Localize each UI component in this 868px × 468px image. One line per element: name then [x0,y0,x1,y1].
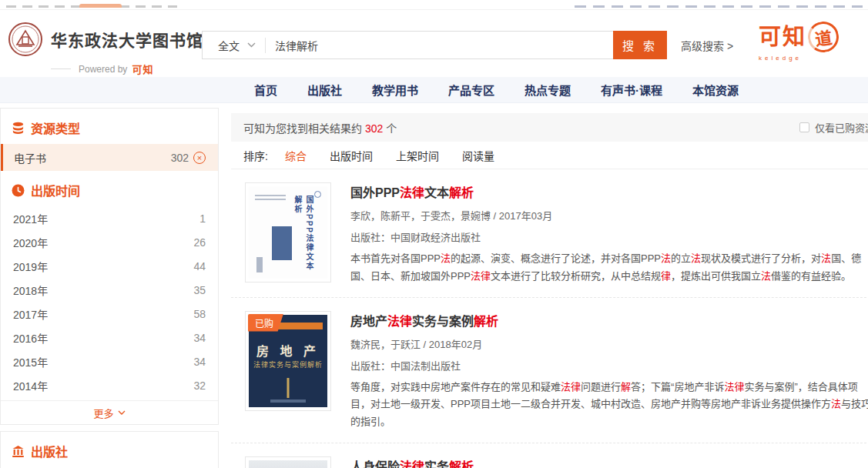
result-title[interactable]: 国外PPP法律文本解析 [350,182,868,201]
only-purchased-checkbox[interactable] [799,122,809,132]
search-scope-select[interactable]: 全文 [203,38,265,53]
more-label: 更多 [93,406,113,420]
year-count: 34 [193,332,206,344]
filter-card-publisher: 出版社 中国法制出版社 84 中国人民大学出版社 44 [0,431,219,468]
clock-icon [12,184,25,197]
year-count: 1 [199,212,206,225]
keledge-logo-dao-circle: 道 [806,19,840,54]
result-list: 国外PPP法律文本解析 国外PPP法律文本解析 李欣，陈新平，于雯杰，景婉博 /… [231,169,868,468]
book-cover-realestate[interactable]: 已购 房 地 产 法律实务与案例解析 [245,311,331,411]
keledge-logo[interactable]: 可知 道 keledge [759,26,857,62]
powered-by-brand: 可知 [132,62,153,76]
filter-ebook-selected[interactable]: 电子书 302 × [1,144,218,171]
chevron-down-icon [247,42,256,48]
sort-label: 排序: [243,148,268,163]
nav-item-teaching-books[interactable]: 教学用书 [372,82,418,98]
year-label: 2018年 [13,282,48,298]
sort-option-publish-time[interactable]: 出版时间 [330,148,373,163]
nav-item-product-zone[interactable]: 产品专区 [448,82,494,98]
search-input[interactable] [266,39,613,52]
header: 华东政法大学图书馆 Powered by 可知 全文 搜 索 高级搜索 > 可知… [0,11,868,76]
book-cover-insurance[interactable]: THE INSURANCE LAW & PRACTICE 人身保险法律 实务解析 [245,456,331,468]
year-count: 26 [193,236,206,249]
filter-year-2014[interactable]: 2014年 32 [1,373,218,397]
keledge-logo-cn: 可知 [759,26,806,48]
cover-logo-icon [314,191,321,198]
nav-item-library-resources[interactable]: 本馆资源 [692,82,739,98]
nav-item-hot-topics[interactable]: 热点专题 [524,82,571,98]
library-brand[interactable]: 华东政法大学图书馆 [8,22,203,57]
filter-year-2018[interactable]: 2018年 35 [1,278,218,302]
sort-option-read-count[interactable]: 阅读量 [462,148,494,163]
filter-year-2020[interactable]: 2020年 26 [1,230,218,254]
topbar-clipped [0,0,868,10]
result-item-realestate: 已购 房 地 产 法律实务与案例解析 房地产法律实务与案例解析 魏济民，于跃江 … [231,298,868,443]
cover-title-vertical: 国外PPP法律文本解析 [292,196,315,279]
result-authors: 魏济民，于跃江 / 2018年02月 [350,336,868,351]
year-label: 2014年 [13,378,48,393]
filter-ebook-count: 302 [171,152,189,164]
purchased-badge: 已购 [248,314,283,332]
cover-tower-art [287,378,290,398]
cover-subtitle: 法律实务与案例解析 [249,359,327,369]
more-years-button[interactable]: 更多 [1,400,218,424]
result-title[interactable]: 人身保险法律实务解析 [350,456,868,468]
topbar-clipped-highlight [79,4,122,8]
result-description: 等角度，对实践中房地产案件存在的常见和疑难法律问题进行解答；下篇“房地产非诉法律… [350,379,868,431]
search-button[interactable]: 搜 索 [613,31,667,59]
publisher-title: 出版社 [31,442,68,460]
chevron-down-icon [118,410,126,415]
publish-time-title: 出版时间 [31,181,80,199]
filter-year-2019[interactable]: 2019年 44 [1,254,218,278]
library-name: 华东政法大学图书馆 [51,28,203,51]
year-label: 2021年 [13,211,48,226]
sort-option-shelf-time[interactable]: 上架时间 [396,148,439,163]
filter-year-2017[interactable]: 2017年 58 [1,302,218,326]
result-item-insurance: THE INSURANCE LAW & PRACTICE 人身保险法律 实务解析… [231,443,868,468]
results-summary: 可知为您找到相关结果约 302 个 [243,120,397,135]
year-count: 44 [193,260,206,272]
nav-item-publishers[interactable]: 出版社 [307,82,342,98]
powered-by: Powered by 可知 [51,62,153,76]
university-emblem-icon [8,22,43,57]
cover-author-lines [255,192,286,200]
powered-by-label: Powered by [79,64,127,75]
result-authors: 李欣，陈新平，于雯杰，景婉博 / 2017年03月 [350,208,868,222]
filter-year-2021[interactable]: 2021年 1 [1,206,218,230]
year-label: 2017年 [13,306,48,322]
bank-building-icon [12,445,25,458]
keledge-logo-sub: keledge [759,55,857,62]
advanced-search-link[interactable]: 高级搜索 > [681,38,733,53]
result-title[interactable]: 房地产法律实务与案例解析 [350,311,868,329]
remove-filter-icon[interactable]: × [193,152,206,164]
powered-by-dash [51,69,71,69]
filter-year-2016[interactable]: 2016年 34 [1,326,218,349]
only-purchased-label: 仅看已购资源 [815,120,868,135]
search-scope-value: 全文 [218,38,240,53]
cover-title: 房 地 产 [249,341,327,359]
book-cover-ppp[interactable]: 国外PPP法律文本解析 [245,182,331,282]
year-count: 35 [193,284,206,296]
topbar-clipped-text-right [575,5,863,8]
year-count: 32 [193,379,206,392]
cover-image-block [272,226,292,260]
only-purchased-toggle[interactable]: 仅看已购资源 [799,113,868,142]
filter-card-main: 资源类型 电子书 302 × 出版时间 2021年 1 2020年 26 201… [0,108,219,425]
result-publisher: 出版社：中国法制出版社 [350,358,868,373]
filter-year-2015[interactable]: 2015年 34 [1,349,218,373]
year-count: 58 [193,308,206,320]
filter-ebook-label: 电子书 [14,150,46,165]
resource-type-title: 资源类型 [31,119,80,137]
year-label: 2015年 [13,354,48,369]
year-label: 2019年 [13,259,48,274]
sort-bar: 排序: 综合 出版时间 上架时间 阅读量 [231,142,868,169]
filter-sidebar: 资源类型 电子书 302 × 出版时间 2021年 1 2020年 26 201… [0,108,219,468]
result-publisher: 出版社：中国财政经济出版社 [350,229,868,244]
main-nav: 首页 出版社 教学用书 产品专区 热点专题 有声书·课程 本馆资源 [0,77,868,103]
nav-item-home[interactable]: 首页 [254,82,277,98]
nav-item-audiobooks-courses[interactable]: 有声书·课程 [601,82,662,98]
year-count: 34 [193,356,206,368]
results-area: 可知为您找到相关结果约 302 个 仅看已购资源 排序: 综合 出版时间 上架时… [231,113,868,468]
year-label: 2016年 [13,330,48,346]
sort-option-comprehensive[interactable]: 综合 [285,148,307,163]
